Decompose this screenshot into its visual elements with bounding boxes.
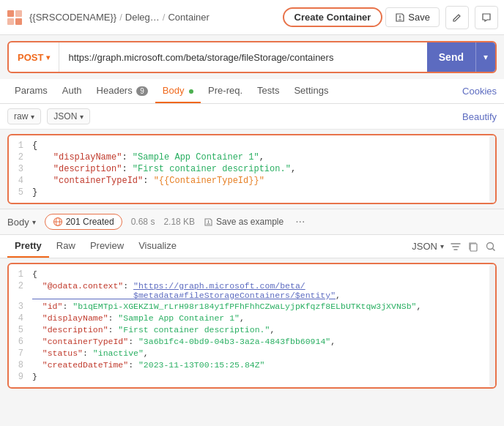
response-tabs: Pretty Raw Preview Visualize JSON ▾ [0, 235, 504, 258]
tab-settings[interactable]: Settings [286, 79, 336, 103]
tab-auth[interactable]: Auth [55, 79, 89, 103]
resp-line-7: 7 "status": "inactive", [9, 348, 495, 359]
svg-rect-3 [15, 18, 22, 25]
url-input[interactable] [59, 42, 426, 72]
app-logo [6, 9, 23, 26]
top-bar: {{SRSCODENAME}} / Deleg… / Container Cre… [0, 0, 504, 35]
status-globe-icon [53, 217, 63, 227]
save-example-button[interactable]: Save as example [204, 217, 284, 227]
breadcrumb-item-3[interactable]: Container [168, 12, 209, 23]
top-bar-actions: Save [385, 6, 498, 29]
method-chevron-icon: ▾ [46, 53, 50, 61]
copy-icon[interactable] [467, 241, 479, 253]
resp-line-4: 4 "displayName": "Sample App Container 1… [9, 313, 495, 324]
breadcrumb-sep-1: / [119, 12, 122, 23]
resp-right-controls: JSON ▾ [412, 241, 497, 253]
tab-tests[interactable]: Tests [250, 79, 286, 103]
tab-params[interactable]: Params [7, 79, 55, 103]
resp-line-2: 2 "@odata.context": "https://graph.micro… [9, 280, 495, 301]
method-label: POST [18, 52, 43, 63]
format-json-chevron-icon: ▾ [80, 113, 84, 121]
svg-point-8 [487, 242, 494, 249]
search-icon[interactable] [485, 241, 497, 253]
req-line-3: 3 "description": "First container descri… [9, 163, 495, 175]
resp-tab-raw[interactable]: Raw [49, 235, 83, 258]
breadcrumb-item-1[interactable]: {{SRSCODENAME}} [29, 12, 116, 23]
response-time: 0.68 s [131, 217, 155, 227]
format-raw-chevron-icon: ▾ [31, 113, 34, 121]
format-json-label: JSON [53, 111, 77, 122]
svg-line-9 [493, 248, 495, 250]
response-body-label[interactable]: Body ▾ [7, 217, 36, 228]
breadcrumb-item-2[interactable]: Deleg… [125, 12, 160, 23]
response-size: 2.18 KB [163, 217, 195, 227]
req-line-1: 1 { [9, 140, 495, 152]
resp-tab-pretty[interactable]: Pretty [7, 235, 49, 258]
headers-badge: 9 [136, 86, 148, 96]
req-line-4: 4 "containerTypeId": "{{ContainerTypeId}… [9, 175, 495, 187]
status-code-text: 201 Created [66, 217, 114, 227]
format-json-select[interactable]: JSON ▾ [47, 108, 90, 124]
tab-headers[interactable]: Headers 9 [89, 79, 155, 103]
svg-rect-7 [470, 244, 477, 251]
breadcrumb: {{SRSCODENAME}} / Deleg… / Container [29, 12, 280, 23]
more-options-button[interactable]: ··· [295, 215, 305, 228]
svg-rect-2 [7, 18, 14, 25]
send-label: Send [427, 51, 475, 63]
tab-prereq[interactable]: Pre-req. [201, 79, 250, 103]
resp-line-9: 9 } [9, 371, 495, 383]
beautify-button[interactable]: Beautify [462, 111, 497, 122]
save-example-icon [204, 217, 213, 227]
status-badge: 201 Created [45, 214, 122, 230]
request-body-editor[interactable]: 1 { 2 "displayName": "Sample App Contain… [7, 134, 497, 204]
resp-line-1: 1 { [9, 269, 495, 280]
comment-button[interactable] [475, 6, 498, 29]
filter-icon[interactable] [450, 241, 462, 253]
send-arrow-icon[interactable]: ▾ [475, 42, 495, 72]
request-row: POST ▾ Send ▾ [7, 41, 497, 73]
response-body-chevron-icon: ▾ [32, 218, 36, 226]
svg-rect-0 [7, 10, 14, 17]
req-line-2: 2 "displayName": "Sample App Container 1… [9, 152, 495, 163]
resp-tab-visualize[interactable]: Visualize [131, 235, 184, 258]
resp-line-6: 6 "containerTypeId": "3a6b1fc4-0bd9-04b3… [9, 336, 495, 348]
format-raw-select[interactable]: raw ▾ [7, 108, 41, 124]
resp-format-chevron-icon: ▾ [440, 242, 444, 250]
breadcrumb-sep-2: / [163, 12, 166, 23]
save-button[interactable]: Save [385, 7, 440, 27]
format-raw-label: raw [14, 111, 28, 122]
resp-line-5: 5 "description": "First container descri… [9, 324, 495, 336]
editor-scrollbar[interactable] [489, 135, 495, 203]
tab-body[interactable]: Body [155, 79, 201, 103]
resp-line-8: 8 "createdDateTime": "2023-11-13T00:15:2… [9, 359, 495, 371]
edit-button[interactable] [445, 6, 469, 29]
body-toolbar: raw ▾ JSON ▾ Beautify [0, 104, 504, 130]
resp-scrollbar[interactable] [489, 264, 495, 387]
req-line-5: 5 } [9, 187, 495, 198]
save-icon [395, 12, 405, 23]
response-bar: Body ▾ 201 Created 0.68 s 2.18 KB Save a… [0, 209, 504, 235]
resp-format-select[interactable]: JSON ▾ [412, 241, 444, 252]
send-button[interactable]: Send ▾ [427, 42, 495, 72]
response-body-editor[interactable]: 1 { 2 "@odata.context": "https://graph.m… [7, 263, 497, 389]
comment-icon [481, 12, 492, 23]
method-select[interactable]: POST ▾ [9, 42, 59, 72]
active-tab-label[interactable]: Create Container [283, 7, 383, 27]
edit-icon [452, 12, 462, 23]
resp-line-3: 3 "id": "b1qEMTpi-XGEKZ1W_rLrH98r184y1fP… [9, 301, 495, 313]
body-dot [189, 89, 193, 94]
request-tabs: Params Auth Headers 9 Body Pre-req. Test… [0, 79, 504, 104]
cookies-link[interactable]: Cookies [462, 86, 497, 97]
resp-tab-preview[interactable]: Preview [83, 235, 131, 258]
resp-format-label: JSON [412, 241, 437, 252]
svg-rect-1 [15, 10, 22, 17]
